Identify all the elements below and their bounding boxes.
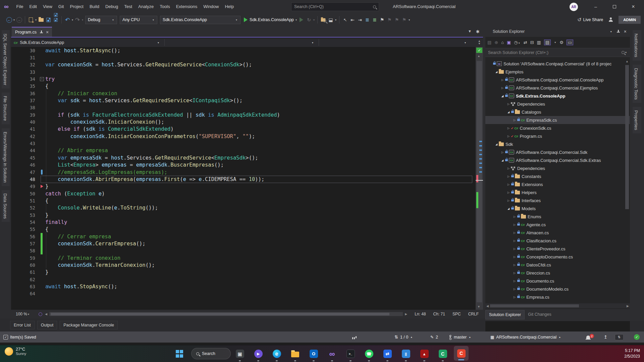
navigate-forward-button[interactable]: →: [16, 16, 22, 24]
menu-project[interactable]: Project: [67, 4, 86, 9]
tree-item-dependencies[interactable]: ▷Dependencies: [485, 164, 630, 172]
code-line-31[interactable]: 31: [11, 54, 476, 61]
split-editor-handle[interactable]: ▴▾: [477, 40, 482, 45]
code-line-40[interactable]: 40 conexionSdk.IniciarConexion();: [11, 118, 476, 125]
code-line-35[interactable]: 35{: [11, 83, 476, 90]
expand-icon[interactable]: ▷: [506, 183, 511, 186]
tree-item-sdk-extras-consoleapp[interactable]: ◢C#Sdk.Extras.ConsoleApp: [485, 92, 630, 100]
tree-item-datoscfdi-cs[interactable]: ▷C#DatosCfdi.cs: [485, 261, 630, 269]
activity-icon[interactable]: ↥: [604, 331, 607, 343]
code-line-64[interactable]: 64: [11, 290, 476, 297]
open-file-button[interactable]: [38, 16, 44, 24]
left-tab-sql-server-object-explorer[interactable]: SQL Server Object Explorer: [2, 30, 10, 88]
tree-item-extensions[interactable]: ▷Extensions: [485, 180, 630, 188]
code-line-46[interactable]: 46 List<Empresa> empresas = empresaSdk.B…: [11, 162, 476, 169]
expand-icon[interactable]: ▷: [512, 288, 517, 291]
left-tab-errors-warnings-in-solution[interactable]: Errors/Warnings in Solution: [2, 128, 10, 186]
start-button[interactable]: [176, 350, 184, 358]
taskbar-app-whatsapp[interactable]: ☎: [362, 346, 376, 362]
save-button[interactable]: [45, 16, 51, 24]
code-line-49[interactable]: 49}: [11, 183, 476, 190]
taskbar-app-file-explorer[interactable]: [288, 346, 303, 362]
taskbar-app-outlook[interactable]: O: [306, 346, 321, 362]
taskbar-app-contpaqi-green[interactable]: C: [435, 346, 450, 362]
collapse-icon[interactable]: ◢: [506, 207, 511, 210]
tree-item-sdk[interactable]: ◢Sdk: [485, 140, 630, 148]
code-line-52[interactable]: 52 Console.WriteLine(e.ToString());: [11, 204, 476, 212]
navigate-forward-doc-button[interactable]: ⇥: [357, 16, 363, 24]
expand-icon[interactable]: ▷: [512, 263, 517, 266]
code-line-61[interactable]: 61}: [11, 269, 476, 276]
weather-widget[interactable]: 27°C Sunny: [5, 347, 26, 356]
fold-toggle-icon[interactable]: −: [40, 77, 44, 81]
code-line-33[interactable]: 33: [11, 68, 476, 75]
account-avatar[interactable]: AR: [570, 3, 578, 11]
prev-bookmark-button[interactable]: ⚑: [386, 16, 392, 24]
code-line-30[interactable]: 30await host.StartAsync();: [11, 47, 476, 54]
properties-wrench-icon[interactable]: ⚙: [559, 40, 564, 45]
next-bookmark-button[interactable]: ⚑: [394, 16, 400, 24]
new-project-dropdown[interactable]: ▾: [35, 18, 37, 21]
code-line-51[interactable]: 51{: [11, 197, 476, 204]
close-button[interactable]: ×: [626, 0, 641, 13]
tree-item-documento-cs[interactable]: ▷C#Documento.cs: [485, 277, 630, 285]
taskbar-search[interactable]: Search: [191, 348, 231, 359]
save-window-layout-button[interactable]: ⬓: [328, 16, 334, 24]
breadcrumb-member-dropdown[interactable]: ▾: [465, 41, 466, 44]
editor-scrollbar[interactable]: ✓ ▲ ▼: [476, 47, 483, 310]
live-share-button[interactable]: Live Share: [583, 17, 603, 22]
tree-item-catalogos[interactable]: ◢Catalogos: [485, 108, 630, 116]
right-tab-notifications[interactable]: Notifications: [633, 30, 641, 61]
code-line-47[interactable]: 47 //empresaSdk.LogEmpresas(empresas);: [11, 169, 476, 176]
maximize-button[interactable]: [607, 0, 622, 13]
zoom-dropdown[interactable]: ▾: [28, 313, 29, 316]
quick-search-input[interactable]: Search (Ctrl+Q): [291, 2, 379, 11]
menu-file[interactable]: File: [13, 4, 26, 9]
tab-list-dropdown[interactable]: ▼: [468, 29, 472, 33]
expand-icon[interactable]: ▷: [512, 223, 517, 226]
run-button[interactable]: Sdk.Extras.ConsoleApp ▾: [244, 17, 298, 22]
scrollbar-thumb[interactable]: [625, 65, 629, 209]
tab-close-icon[interactable]: ×: [46, 29, 49, 35]
bottom-tab-error-list[interactable]: Error List: [10, 321, 35, 329]
minimize-button[interactable]: –: [588, 0, 603, 13]
editor-settings-icon[interactable]: ✱: [476, 29, 480, 34]
menu-test[interactable]: Test: [121, 4, 135, 9]
tree-item-solution-arsoftware-contpaqi-comercial-8[interactable]: ∞Solution 'ARSoftware.Contpaqi.Comercial…: [485, 60, 630, 68]
home-icon[interactable]: ⌂: [501, 40, 504, 45]
code-line-53[interactable]: 53}: [11, 212, 476, 219]
tree-item-documentomodelo-cs[interactable]: ▷C#DocumentoModelo.cs: [485, 285, 630, 293]
menu-git[interactable]: Git: [55, 4, 67, 9]
pending-changes-filter-icon[interactable]: ◷▾: [514, 40, 520, 45]
tree-vertical-scrollbar[interactable]: ▲: [625, 60, 629, 303]
code-line-43[interactable]: 43: [11, 140, 476, 147]
menu-window[interactable]: Window: [200, 4, 222, 9]
add-user-button[interactable]: [608, 16, 614, 24]
solution-search-input[interactable]: Search Solution Explorer (Ctrl+;) ▾: [485, 48, 630, 57]
expand-icon[interactable]: ▷: [512, 239, 517, 242]
notifications-bell-button[interactable]: 2: [586, 331, 590, 343]
taskbar-app-visual-studio[interactable]: ∞: [325, 346, 339, 362]
horizontal-scrollbar[interactable]: [49, 312, 403, 316]
expand-icon[interactable]: ▷: [506, 191, 511, 194]
zoom-selector[interactable]: 100 %: [16, 312, 27, 316]
account-admin-button[interactable]: ADMIN: [619, 16, 641, 24]
scroll-up-icon[interactable]: ▲: [625, 60, 629, 63]
uncomment-lines-button[interactable]: ≣: [372, 16, 378, 24]
code-line-39[interactable]: 39 if (sdk is FacturaElectronicaSdkExten…: [11, 111, 476, 118]
tree-item-almacen-cs[interactable]: ▷C#Almacen.cs: [485, 229, 630, 237]
tab-program-cs[interactable]: Program.cs ×: [12, 27, 52, 37]
expand-icon[interactable]: ▷: [512, 280, 517, 283]
expand-icon[interactable]: ▷: [506, 199, 511, 202]
panel-tab-git-changes[interactable]: Git Changes: [525, 310, 554, 319]
code-area[interactable]: 30await host.StartAsync();3132var conexi…: [11, 47, 476, 310]
expand-icon[interactable]: ▷: [506, 135, 511, 138]
panel-menu-dropdown[interactable]: ▾: [610, 30, 612, 33]
repository-button[interactable]: ▦ARSoftware.Contpaqi.Comercial▲: [490, 331, 561, 343]
code-line-62[interactable]: 62: [11, 276, 476, 283]
collapse-all-icon[interactable]: ⊟: [530, 40, 534, 45]
preview-selected-icon[interactable]: ▥: [537, 40, 541, 45]
configuration-combo[interactable]: Debug▾: [85, 16, 117, 24]
platform-combo[interactable]: Any CPU▾: [120, 16, 157, 24]
code-line-63[interactable]: 63await host.StopAsync();: [11, 283, 476, 290]
